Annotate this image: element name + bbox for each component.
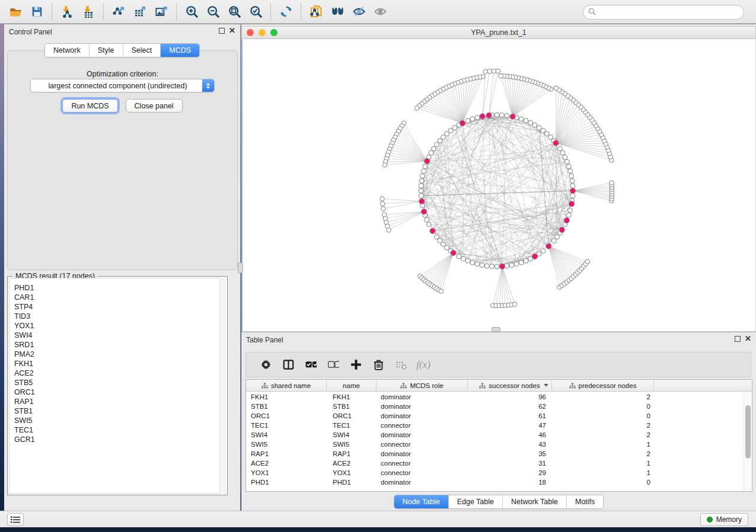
toolbar-separator: [270, 4, 271, 20]
cell: TEC1: [327, 422, 377, 429]
cell: dominator: [377, 412, 468, 419]
save-session-button[interactable]: [26, 2, 47, 21]
network-window-titlebar[interactable]: YPA_prune.txt_1: [241, 26, 756, 39]
deselect-all-button[interactable]: [322, 355, 344, 375]
run-mcds-button[interactable]: Run MCDS: [62, 99, 117, 113]
table-row[interactable]: SWI5SWI5connector431: [246, 440, 744, 449]
tab-network[interactable]: Network: [45, 44, 90, 57]
export-table-button[interactable]: [129, 2, 151, 21]
refresh-layout-button[interactable]: [275, 2, 296, 21]
network-view-canvas[interactable]: [241, 39, 756, 332]
cell: YOX1: [327, 469, 377, 476]
search-input[interactable]: [599, 8, 739, 17]
mcds-result-item[interactable]: YOX1: [14, 321, 225, 331]
show-all-button[interactable]: [369, 2, 391, 21]
delete-button[interactable]: [367, 355, 390, 375]
task-history-button[interactable]: [7, 513, 24, 526]
toolbar-separator: [103, 4, 104, 20]
mcds-result-item[interactable]: SRD1: [14, 340, 225, 350]
table-scrollbar[interactable]: [744, 392, 752, 491]
cell: PHD1: [246, 479, 327, 486]
optimization-criterion-dropdown[interactable]: largest connected component (undirected): [30, 79, 215, 92]
column-type-icon: [261, 383, 268, 389]
mcds-result-item[interactable]: GCR1: [14, 435, 225, 444]
column-header-predecessor-nodes[interactable]: predecessor nodes: [552, 380, 654, 391]
float-panel-icon[interactable]: [219, 28, 225, 34]
columns-button[interactable]: [277, 355, 299, 375]
mcds-result-item[interactable]: ACE2: [14, 368, 225, 378]
column-header-name[interactable]: name: [327, 380, 377, 391]
column-header-MCDS-role[interactable]: MCDS role: [377, 380, 468, 391]
table-row[interactable]: PHD1PHD1dominator180: [246, 477, 744, 487]
tab-edge-table[interactable]: Edge Table: [449, 495, 503, 508]
mcds-result-item[interactable]: STP4: [14, 302, 225, 312]
memory-button[interactable]: Memory: [700, 513, 748, 526]
mcds-result-item[interactable]: STB1: [14, 406, 225, 416]
zoom-out-button[interactable]: [202, 2, 224, 21]
column-header-shared-name[interactable]: shared name: [246, 380, 327, 391]
cell: YOX1: [246, 469, 327, 476]
tab-network-table[interactable]: Network Table: [503, 495, 567, 508]
cell: 96: [468, 393, 552, 400]
mcds-result-item[interactable]: STB5: [14, 378, 225, 387]
import-table-button[interactable]: [78, 2, 99, 21]
zoom-selected-button[interactable]: [245, 2, 266, 21]
float-table-panel-icon[interactable]: [735, 336, 741, 342]
search-box[interactable]: [583, 5, 744, 20]
add-column-button[interactable]: [344, 355, 367, 375]
table-row[interactable]: ACE2ACE2connector311: [246, 459, 744, 468]
search-network-button[interactable]: [327, 2, 348, 21]
table-row[interactable]: STB1STB1dominator620: [246, 402, 744, 411]
zoom-fit-icon: [228, 5, 241, 18]
mcds-result-item[interactable]: TID3: [14, 312, 225, 321]
cell: PHD1: [327, 479, 377, 486]
tab-select[interactable]: Select: [123, 44, 161, 57]
open-file-button[interactable]: [5, 2, 26, 21]
mcds-result-item[interactable]: CAR1: [14, 293, 225, 302]
mcds-result-item[interactable]: SWI5: [14, 416, 225, 425]
network-graph[interactable]: [243, 39, 756, 331]
toolbar-separator: [301, 4, 301, 20]
zoom-in-button[interactable]: [181, 2, 202, 21]
select-all-button[interactable]: [299, 355, 322, 375]
horizontal-splitter-handle[interactable]: [492, 327, 500, 332]
table-toolbar: f(x): [245, 352, 751, 377]
mcds-result-list[interactable]: PHD1CAR1STP4TID3YOX1SWI4SRD1PMA2FKH1ACE2…: [9, 278, 226, 493]
gear-button[interactable]: [254, 355, 277, 375]
mcds-result-item[interactable]: TEC1: [14, 425, 225, 435]
export-network-button[interactable]: [108, 2, 129, 21]
import-network-icon: [61, 5, 74, 18]
tab-motifs[interactable]: Motifs: [567, 495, 603, 508]
table-scrollbar-thumb[interactable]: [745, 405, 751, 459]
mcds-result-item[interactable]: PMA2: [14, 350, 225, 359]
table-row[interactable]: TEC1TEC1connector472: [246, 421, 744, 430]
tab-mcds[interactable]: MCDS: [161, 44, 199, 57]
network-and-table-area: YPA_prune.txt_1 Table Panel ✕ f(x) share…: [241, 24, 756, 511]
mcds-list-scrollbar[interactable]: [219, 278, 226, 493]
mcds-result-item[interactable]: FKH1: [14, 359, 225, 368]
zoom-fit-button[interactable]: [224, 2, 245, 21]
close-panel-button[interactable]: Close panel: [126, 99, 183, 113]
cell: SWI4: [246, 431, 327, 438]
mcds-result-item[interactable]: PHD1: [14, 283, 225, 293]
hide-selected-button[interactable]: [348, 2, 369, 21]
table-row[interactable]: FKH1FKH1dominator962: [246, 392, 744, 402]
column-header-successor-nodes[interactable]: successor nodes: [468, 380, 552, 391]
close-panel-icon[interactable]: ✕: [229, 28, 235, 34]
mcds-result-item[interactable]: RAP1: [14, 397, 225, 406]
mcds-result-item[interactable]: ORC1: [14, 387, 225, 397]
table-row[interactable]: ORC1ORC1dominator610: [246, 411, 744, 421]
table-row[interactable]: YOX1YOX1connector291: [246, 468, 744, 477]
table-row[interactable]: RAP1RAP1dominator352: [246, 449, 744, 459]
tab-style[interactable]: Style: [90, 44, 123, 57]
mcds-result-item[interactable]: SWI4: [14, 331, 225, 340]
column-label: shared name: [271, 382, 311, 389]
export-image-button[interactable]: [151, 2, 172, 21]
import-network-button[interactable]: [56, 2, 78, 21]
vertical-splitter-handle[interactable]: [238, 262, 243, 273]
function-icon: f(x): [416, 359, 430, 371]
clone-network-button[interactable]: [305, 2, 327, 21]
close-table-panel-icon[interactable]: ✕: [745, 336, 751, 342]
table-row[interactable]: SWI4SWI4dominator462: [246, 430, 744, 440]
tab-node-table[interactable]: Node Table: [394, 495, 449, 508]
